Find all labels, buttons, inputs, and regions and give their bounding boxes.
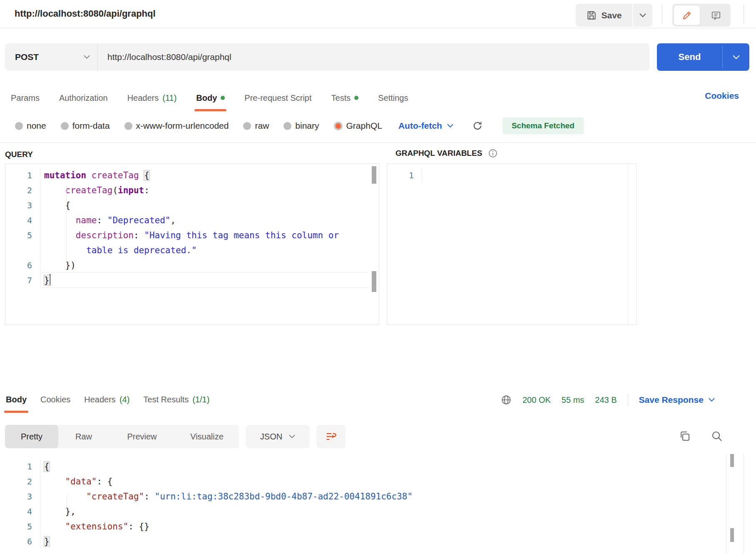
tab-authorization[interactable]: Authorization (59, 93, 108, 104)
code-line: 6 }) (5, 258, 379, 273)
variables-section-label: GRAPHQL VARIABLES (395, 149, 482, 158)
send-button-group: Send (657, 43, 749, 71)
section-divider (0, 142, 756, 143)
edit-mode-button[interactable] (674, 5, 700, 25)
chevron-down-icon (639, 13, 646, 17)
response-view-switcher: Pretty Raw Preview Visualize (5, 425, 239, 448)
view-pretty[interactable]: Pretty (5, 425, 58, 448)
tab-params[interactable]: Params (11, 93, 40, 104)
header-divider (662, 5, 662, 24)
radio-icon (61, 122, 69, 130)
query-code: 1mutation createTag {2 createTag(input:3… (5, 164, 379, 288)
response-scrollbar-thumb[interactable] (730, 454, 734, 467)
view-visualize[interactable]: Visualize (175, 425, 239, 448)
tab-pre-request-script[interactable]: Pre-request Script (244, 93, 311, 104)
chevron-down-icon (733, 55, 740, 60)
search-response-button[interactable] (711, 430, 723, 442)
format-selector[interactable]: JSON (246, 425, 310, 448)
body-type-raw[interactable]: raw (243, 121, 269, 131)
body-type-graphql[interactable]: GraphQL (334, 121, 382, 131)
code-line: 1{ (0, 459, 756, 474)
code-line: 1 (387, 168, 636, 183)
save-button-label: Save (601, 10, 622, 20)
radio-selected-icon (334, 122, 343, 130)
body-type-x-www-form-urlencoded[interactable]: x-www-form-urlencoded (124, 121, 229, 131)
search-icon (711, 430, 723, 442)
response-body-viewer[interactable]: 1{2 "data": {3 "createTag": "urn:li:tag:… (0, 454, 756, 554)
response-tab-headers[interactable]: Headers(4) (84, 395, 129, 405)
response-tab-test-results[interactable]: Test Results(1/1) (143, 395, 209, 405)
active-line-bottom (41, 287, 369, 288)
response-scroll-border (726, 454, 726, 554)
cookies-link[interactable]: Cookies (705, 91, 739, 101)
code-line: 4 name: "Deprecated", (5, 213, 379, 228)
send-button[interactable]: Send (657, 43, 722, 71)
globe-icon (501, 394, 512, 405)
method-url-divider (97, 43, 98, 71)
response-scrollbar-mark[interactable] (730, 528, 734, 542)
request-title: http://localhost:8080/api/graphql (15, 8, 156, 19)
tab-tests[interactable]: Tests (331, 93, 359, 104)
status-divider (628, 394, 628, 406)
response-size: 243 B (595, 395, 617, 405)
autofetch-dropdown[interactable]: Auto-fetch (398, 121, 453, 131)
query-scrollbar-thumb[interactable] (372, 166, 376, 184)
body-type-binary[interactable]: binary (284, 121, 319, 131)
tab-headers[interactable]: Headers(11) (127, 93, 177, 104)
save-response-button[interactable]: Save Response (639, 395, 715, 405)
method-chevron-icon[interactable] (84, 55, 90, 59)
refresh-schema-button[interactable] (472, 120, 483, 131)
response-tab-cookies[interactable]: Cookies (40, 395, 70, 405)
send-options-button[interactable] (723, 43, 749, 71)
status-code: 200 OK (522, 395, 551, 405)
save-icon (586, 10, 597, 21)
chevron-down-icon (289, 434, 295, 439)
save-options-button[interactable] (633, 4, 652, 27)
view-raw[interactable]: Raw (58, 425, 109, 448)
chevron-down-icon (709, 398, 715, 402)
code-line: 7} (5, 273, 379, 288)
variables-scrollbar-track (628, 164, 628, 324)
edit-comment-toggle (672, 4, 731, 27)
radio-icon (284, 122, 291, 130)
schema-status-badge: Schema Fetched (502, 117, 584, 134)
wrap-lines-button[interactable] (316, 425, 346, 448)
url-input[interactable]: http://localhost:8080/api/graphql (107, 52, 231, 62)
tab-body[interactable]: Body (196, 93, 225, 104)
view-preview[interactable]: Preview (109, 425, 175, 448)
response-time: 55 ms (562, 395, 584, 405)
body-type-selector: none form-data x-www-form-urlencoded raw… (0, 117, 756, 135)
active-line-top (41, 272, 369, 273)
comment-icon (711, 10, 721, 21)
method-selector[interactable]: POST (15, 52, 80, 62)
variables-section-header: GRAPHQL VARIABLES (395, 148, 498, 158)
wrap-lines-icon (325, 431, 337, 442)
query-scrollbar-cursor-mark[interactable] (372, 271, 376, 292)
headers-count: (11) (162, 93, 177, 103)
code-line: 3 "createTag": "urn:li:tag:38c283bd-9bd0… (0, 489, 756, 504)
response-tab-body[interactable]: Body (6, 395, 27, 405)
copy-response-button[interactable] (679, 430, 691, 442)
header-bottom-border (0, 28, 756, 28)
body-type-form-data[interactable]: form-data (61, 121, 110, 131)
request-tabs: Params Authorization Headers(11) Body Pr… (0, 85, 756, 111)
refresh-icon (472, 120, 483, 131)
code-line: 5 "extensions": {} (0, 519, 756, 534)
graphql-variables-editor[interactable]: 1 (387, 163, 637, 325)
response-panel-edge (744, 454, 744, 554)
radio-icon (124, 122, 132, 130)
postman-request-window: http://localhost:8080/api/graphql Save (0, 0, 756, 554)
radio-icon (15, 122, 23, 130)
request-url-bar: POST http://localhost:8080/api/graphql (5, 43, 649, 71)
indent-guide (67, 495, 67, 509)
response-toolbar: Pretty Raw Preview Visualize JSON (0, 425, 756, 448)
comment-mode-button[interactable] (701, 4, 731, 27)
code-line: table is deprecated." (5, 243, 379, 258)
save-button[interactable]: Save (576, 4, 632, 27)
query-editor[interactable]: 1mutation createTag {2 createTag(input:3… (5, 163, 379, 325)
info-icon[interactable] (488, 148, 498, 158)
tab-settings[interactable]: Settings (378, 93, 408, 104)
body-type-none[interactable]: none (15, 121, 46, 131)
code-line: 6} (0, 534, 756, 549)
query-section-label: QUERY (5, 150, 33, 159)
